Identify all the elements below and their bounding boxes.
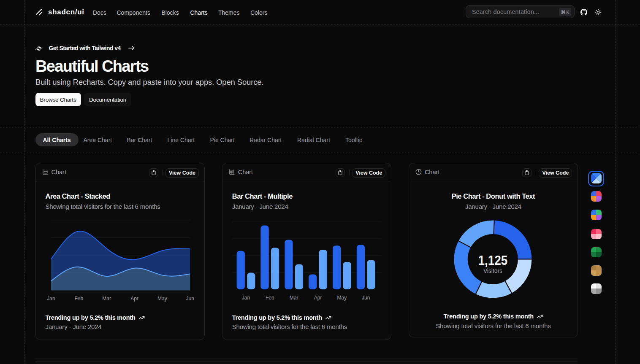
svg-text:Visitors: Visitors — [483, 267, 502, 274]
svg-text:Feb: Feb — [266, 295, 274, 301]
svg-text:1,125: 1,125 — [478, 253, 507, 267]
svg-text:Feb: Feb — [74, 296, 83, 302]
svg-text:Apr: Apr — [130, 296, 138, 302]
svg-text:Jun: Jun — [362, 295, 370, 301]
svg-text:Jan: Jan — [242, 295, 250, 301]
svg-text:Apr: Apr — [314, 295, 322, 301]
svg-text:May: May — [337, 295, 347, 301]
svg-text:Jan: Jan — [47, 296, 55, 302]
svg-text:Jun: Jun — [186, 296, 194, 302]
svg-text:Mar: Mar — [290, 295, 298, 301]
svg-text:May: May — [157, 296, 167, 302]
svg-text:Mar: Mar — [102, 296, 111, 302]
